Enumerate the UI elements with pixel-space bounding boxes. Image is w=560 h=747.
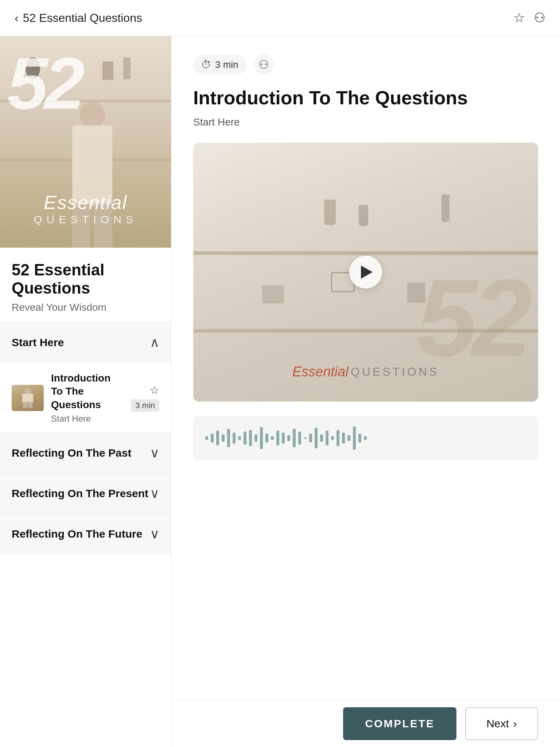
svg-rect-0	[205, 436, 208, 440]
svg-rect-25	[342, 433, 345, 444]
thumbnail-questions: QUESTIONS	[0, 213, 171, 226]
video-play-button[interactable]	[349, 256, 382, 289]
svg-rect-16	[293, 429, 296, 447]
video-logo-essential: Essential	[292, 364, 349, 380]
svg-rect-9	[254, 434, 257, 442]
accordion-section-future: Reflecting On The Future ∨	[0, 514, 171, 554]
lesson-subtitle: Start Here	[51, 414, 124, 424]
content-title: Introduction To The Questions	[193, 86, 538, 109]
accordion-section-start-here: Start Here ∧	[0, 322, 171, 433]
svg-rect-28	[358, 434, 361, 442]
section-title-future: Reflecting On The Future	[12, 528, 142, 540]
lesson-title: Introduction To The Questions	[51, 372, 124, 411]
content-link-icon[interactable]: ⚇	[254, 54, 274, 75]
header-icons: ☆ ⚇	[513, 10, 545, 26]
course-title: 52 Essential Questions	[12, 261, 159, 297]
svg-rect-19	[309, 434, 312, 442]
next-button[interactable]: Next ›	[465, 707, 538, 740]
video-player[interactable]: 52 Essential QUESTIONS	[193, 143, 538, 402]
svg-rect-8	[249, 430, 252, 446]
accordion-header-future[interactable]: Reflecting On The Future ∨	[0, 514, 171, 554]
meta-duration: 3 min	[215, 59, 238, 70]
chevron-down-icon-future: ∨	[150, 526, 159, 542]
lesson-item-introduction[interactable]: Introduction To The Questions Start Here…	[0, 363, 171, 433]
svg-rect-24	[337, 430, 339, 446]
content-section-label: Start Here	[193, 116, 538, 128]
section-title-start-here: Start Here	[12, 336, 64, 349]
svg-rect-7	[244, 431, 246, 445]
header-left: ‹ 52 Essential Questions	[15, 11, 142, 25]
bookmark-icon[interactable]: ☆	[513, 10, 525, 26]
svg-rect-10	[260, 427, 263, 449]
svg-rect-2	[216, 431, 219, 445]
thumbnail-essential: Essential	[0, 191, 171, 213]
lesson-duration: 3 min	[131, 399, 159, 412]
accordion-header-start-here[interactable]: Start Here ∧	[0, 322, 171, 363]
course-info: 52 Essential Questions Reveal Your Wisdo…	[0, 248, 171, 322]
accordion-header-present[interactable]: Reflecting On The Present ∨	[0, 473, 171, 514]
svg-rect-12	[271, 436, 274, 440]
waveform-area	[193, 416, 538, 460]
video-number-watermark: 52	[416, 263, 527, 372]
right-panel: ⏱ 3 min ⚇ Introduction To The Questions …	[171, 36, 560, 747]
duration-pill: ⏱ 3 min	[193, 55, 246, 74]
svg-rect-22	[326, 431, 328, 445]
svg-rect-17	[298, 431, 301, 445]
play-triangle	[361, 266, 373, 279]
svg-rect-15	[287, 435, 290, 441]
accordion-section-past: Reflecting On The Past ∨	[0, 433, 171, 473]
header-title: 52 Essential Questions	[23, 11, 142, 25]
svg-rect-3	[222, 434, 225, 442]
next-label: Next	[486, 717, 509, 730]
next-arrow-icon: ›	[513, 717, 517, 730]
svg-rect-29	[364, 436, 367, 440]
clock-icon: ⏱	[201, 59, 211, 71]
svg-rect-26	[347, 435, 350, 441]
back-button[interactable]: ‹	[15, 11, 19, 25]
section-title-past: Reflecting On The Past	[12, 447, 131, 459]
link-icon[interactable]: ⚇	[534, 10, 545, 26]
waveform-svg	[202, 423, 530, 453]
svg-rect-14	[282, 433, 285, 444]
accordion-header-past[interactable]: Reflecting On The Past ∨	[0, 433, 171, 473]
lesson-bookmark-icon[interactable]: ☆	[149, 384, 159, 396]
chevron-down-icon-past: ∨	[150, 445, 159, 461]
course-thumbnail: 52 Essential QUESTIONS	[0, 36, 171, 248]
svg-rect-23	[331, 436, 334, 440]
chevron-up-icon-start-here: ∧	[150, 335, 159, 350]
video-inner: 52 Essential QUESTIONS	[193, 143, 538, 402]
main-container: 52 Essential QUESTIONS 52 Essential Ques…	[0, 36, 560, 747]
svg-rect-11	[265, 434, 268, 442]
svg-rect-4	[227, 429, 230, 447]
svg-rect-27	[353, 426, 356, 450]
left-panel: 52 Essential QUESTIONS 52 Essential Ques…	[0, 36, 171, 747]
lesson-thumb-inner	[12, 385, 44, 411]
bottom-bar: COMPLETE Next ›	[171, 700, 560, 747]
lesson-info: Introduction To The Questions Start Here	[51, 372, 124, 424]
svg-rect-1	[211, 434, 214, 442]
svg-rect-21	[320, 434, 323, 442]
accordion-section-present: Reflecting On The Present ∨	[0, 473, 171, 514]
svg-rect-18	[304, 437, 307, 439]
complete-button[interactable]: COMPLETE	[343, 707, 456, 740]
svg-rect-20	[315, 428, 318, 448]
content-meta: ⏱ 3 min ⚇	[193, 54, 538, 75]
course-subtitle: Reveal Your Wisdom	[12, 302, 159, 313]
svg-rect-6	[238, 436, 241, 440]
lesson-thumbnail	[12, 385, 44, 411]
app-header: ‹ 52 Essential Questions ☆ ⚇	[0, 0, 560, 36]
lesson-actions: ☆ 3 min	[131, 384, 159, 412]
section-title-present: Reflecting On The Present	[12, 487, 148, 500]
svg-rect-13	[276, 431, 279, 445]
svg-rect-5	[233, 433, 236, 444]
chevron-down-icon-present: ∨	[150, 486, 159, 501]
